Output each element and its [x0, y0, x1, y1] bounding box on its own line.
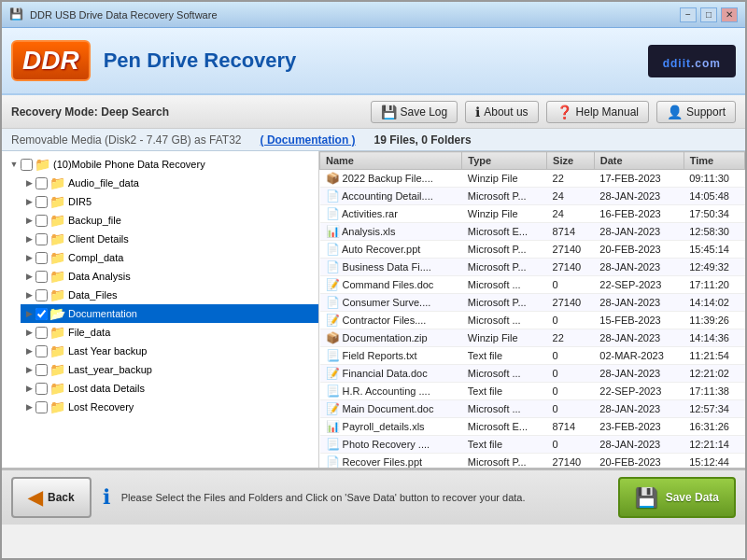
file-type-icon: 📄 [326, 189, 340, 203]
tree-item[interactable]: ▶📁Audio_file_data [21, 174, 318, 192]
table-row[interactable]: 📄 Activities.rarWinzip File2416-FEB-2023… [320, 205, 745, 223]
file-date: 28-JAN-2023 [594, 329, 684, 347]
table-row[interactable]: 📊 Payroll_details.xlsMicrosoft E...87142… [320, 418, 745, 436]
tree-item[interactable]: ▶📁DIR5 [21, 192, 318, 211]
table-row[interactable]: 📝 Financial Data.docMicrosoft ...028-JAN… [320, 365, 745, 383]
folder-icon: 📁 [49, 343, 65, 358]
tree-item[interactable]: ▶📁Last_year_backup [21, 360, 318, 379]
tree-item[interactable]: ▶📁Data Analysis [21, 267, 318, 286]
tree-item-checkbox[interactable] [35, 252, 48, 264]
save-log-button[interactable]: 💾 Save Log [371, 101, 458, 123]
tree-item[interactable]: ▶📁Lost Recovery [21, 398, 318, 416]
col-date[interactable]: Date [594, 152, 684, 170]
folder-icon: 📁 [49, 287, 65, 302]
tree-expander[interactable]: ▶ [22, 363, 35, 376]
table-row[interactable]: 📃 Field Reports.txtText file002-MAR-2023… [320, 347, 745, 365]
save-data-button[interactable]: 💾 Save Data [618, 477, 736, 518]
table-row[interactable]: 📝 Main Document.docMicrosoft ...028-JAN-… [320, 400, 745, 418]
tree-item[interactable]: ▶📁Data_Files [21, 286, 318, 304]
tree-item-checkbox[interactable] [35, 364, 48, 376]
table-row[interactable]: 📄 Auto Recover.pptMicrosoft P...2714020-… [320, 241, 745, 259]
restore-button[interactable]: □ [700, 7, 717, 22]
folder-icon: 📁 [49, 362, 65, 377]
help-manual-button[interactable]: ❓ Help Manual [546, 101, 649, 123]
tree-expander[interactable]: ▶ [22, 232, 35, 245]
tree-expander[interactable]: ▶ [22, 176, 35, 189]
tree-expander[interactable]: ▶ [22, 400, 35, 413]
tree-expander[interactable]: ▶ [22, 214, 35, 227]
root-label: (10)Mobile Phone Data Recovery [53, 159, 205, 170]
tree-root[interactable]: ▼ 📁 (10)Mobile Phone Data Recovery [6, 155, 315, 174]
about-us-button[interactable]: ℹ About us [465, 101, 538, 123]
support-button[interactable]: 👤 Support [656, 101, 736, 123]
tree-item-checkbox[interactable] [35, 308, 48, 320]
root-expander[interactable]: ▼ [7, 158, 21, 171]
tree-item-checkbox[interactable] [35, 177, 48, 189]
tree-item[interactable]: ▶📁Backup_file [21, 211, 318, 230]
tree-expander[interactable]: ▶ [22, 251, 35, 264]
table-row[interactable]: 📄 Accounting Detail....Microsoft P...242… [320, 188, 745, 205]
table-row[interactable]: 📦 2022 Backup File....Winzip File2217-FE… [320, 170, 745, 188]
file-date: 17-FEB-2023 [594, 170, 684, 188]
tree-item-checkbox[interactable] [35, 196, 48, 208]
folder-link[interactable]: ( Documentation ) [261, 133, 356, 147]
file-size: 27140 [547, 259, 595, 276]
close-button[interactable]: ✕ [721, 7, 738, 22]
tree-item-checkbox[interactable] [35, 345, 48, 357]
table-row[interactable]: 📄 Consumer Surve....Microsoft P...271402… [320, 294, 745, 312]
file-time: 17:50:34 [684, 205, 744, 223]
tree-item-checkbox[interactable] [35, 383, 48, 395]
file-name: 📝 Contractor Files.... [320, 312, 462, 329]
tree-expander[interactable]: ▶ [22, 288, 35, 301]
tree-expander[interactable]: ▶ [22, 307, 35, 320]
tree-item[interactable]: ▶📁Lost data Details [21, 379, 318, 398]
col-size[interactable]: Size [547, 152, 595, 170]
tree-panel[interactable]: ▼ 📁 (10)Mobile Phone Data Recovery ▶📁Aud… [2, 151, 319, 468]
bottombar: ◀ Back ℹ Please Select the Files and Fol… [2, 469, 745, 525]
tree-item-checkbox[interactable] [35, 289, 48, 301]
tree-item[interactable]: ▶📂Documentation [21, 304, 318, 323]
tree-item[interactable]: ▶📁File_data [21, 323, 318, 342]
tree-item-label: Last_year_backup [68, 364, 152, 375]
statusbar: Removable Media (Disk2 - 7.47 GB) as FAT… [2, 129, 745, 151]
file-size: 0 [547, 276, 595, 294]
tree-expander[interactable]: ▶ [22, 344, 35, 357]
table-row[interactable]: 📄 Recover Files.pptMicrosoft P...2714020… [320, 454, 745, 469]
tree-item-checkbox[interactable] [35, 233, 48, 245]
table-row[interactable]: 📊 Analysis.xlsMicrosoft E...871428-JAN-2… [320, 223, 745, 241]
file-time: 14:14:36 [684, 329, 744, 347]
table-row[interactable]: 📃 Photo Recovery ....Text file028-JAN-20… [320, 436, 745, 454]
table-row[interactable]: 📃 H.R. Accounting ....Text file022-SEP-2… [320, 383, 745, 400]
tree-expander[interactable]: ▶ [22, 382, 35, 395]
file-panel[interactable]: Name Type Size Date Time 📦 2022 Backup F… [319, 151, 745, 468]
col-type[interactable]: Type [462, 152, 547, 170]
tree-item-checkbox[interactable] [35, 215, 48, 227]
tree-item[interactable]: ▶📁Compl_data [21, 248, 318, 267]
file-type: Microsoft ... [462, 400, 547, 418]
tree-item-checkbox[interactable] [35, 327, 48, 339]
titlebar: 💾 DDR USB Drive Data Recovery Software −… [2, 2, 745, 28]
tree-expander[interactable]: ▶ [22, 195, 35, 208]
file-time: 11:39:26 [684, 312, 744, 329]
tree-item[interactable]: ▶📁Last Year backup [21, 342, 318, 360]
col-name[interactable]: Name [320, 152, 462, 170]
table-row[interactable]: 📝 Contractor Files....Microsoft ...015-F… [320, 312, 745, 329]
tree-expander[interactable]: ▶ [22, 270, 35, 283]
table-row[interactable]: 📄 Business Data Fi....Microsoft P...2714… [320, 259, 745, 276]
tree-item[interactable]: ▶📁Client Details [21, 230, 318, 248]
tree-expander[interactable]: ▶ [22, 326, 35, 339]
root-checkbox[interactable] [21, 159, 33, 171]
file-date: 22-SEP-2023 [594, 383, 684, 400]
support-icon: 👤 [667, 105, 683, 119]
folder-icon: 📁 [49, 399, 65, 414]
table-row[interactable]: 📝 Command Files.docMicrosoft ...022-SEP-… [320, 276, 745, 294]
back-button[interactable]: ◀ Back [11, 477, 92, 518]
minimize-button[interactable]: − [680, 7, 697, 22]
back-arrow-icon: ◀ [28, 486, 42, 509]
tree-item-checkbox[interactable] [35, 271, 48, 283]
window-controls: − □ ✕ [680, 7, 738, 22]
col-time[interactable]: Time [684, 152, 744, 170]
file-size: 0 [547, 347, 595, 365]
table-row[interactable]: 📦 Documentation.zipWinzip File2228-JAN-2… [320, 329, 745, 347]
tree-item-checkbox[interactable] [35, 401, 48, 413]
